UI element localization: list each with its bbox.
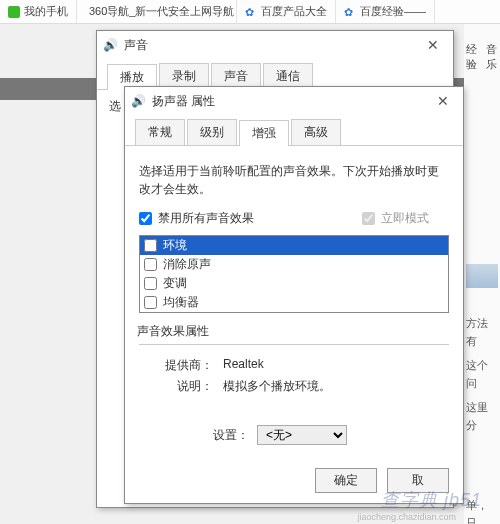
watermark-sub: jiaocheng.chazidian.com bbox=[357, 512, 456, 522]
list-item[interactable]: 环境 bbox=[140, 236, 448, 255]
provider-value: Realtek bbox=[223, 357, 264, 374]
tab-label: 百度经验—— bbox=[360, 4, 426, 19]
dialog-buttons: 确定 取 bbox=[315, 468, 449, 493]
browser-tabs: 我的手机 360导航_新一代安全上网导航 ✿ 百度产品大全 ✿ 百度经验—— bbox=[0, 0, 500, 24]
tab-label: 360导航_新一代安全上网导航 bbox=[89, 4, 234, 19]
titlebar[interactable]: 🔊 扬声器 属性 ✕ bbox=[125, 87, 463, 115]
link-jingyan[interactable]: 经验 bbox=[466, 42, 478, 72]
effect-properties-group: 提供商： Realtek 说明： 模拟多个播放环境。 设置： <无> bbox=[139, 344, 449, 445]
speaker-tabs: 常规 级别 增强 高级 bbox=[125, 115, 463, 146]
list-item[interactable]: 消除原声 bbox=[140, 255, 448, 274]
text-snippet: 这个问 bbox=[466, 356, 498, 392]
list-item-label: 消除原声 bbox=[163, 256, 211, 273]
baidu-icon: ✿ bbox=[245, 6, 257, 18]
text-snippet: 单，只 bbox=[466, 496, 498, 524]
checkbox-input[interactable] bbox=[144, 277, 157, 290]
tab-levels[interactable]: 级别 bbox=[187, 119, 237, 145]
ok-button[interactable]: 确定 bbox=[315, 468, 377, 493]
description-text: 选择适用于当前聆听配置的声音效果。下次开始播放时更改才会生效。 bbox=[139, 162, 449, 198]
window-title: 声音 bbox=[124, 37, 148, 54]
settings-label: 设置： bbox=[213, 427, 249, 444]
tab-general[interactable]: 常规 bbox=[135, 119, 185, 145]
provider-label: 提供商： bbox=[153, 357, 213, 374]
tab-label: 我的手机 bbox=[24, 4, 68, 19]
speaker-icon: 🔊 bbox=[103, 38, 118, 52]
checkbox-input[interactable] bbox=[144, 296, 157, 309]
link-music[interactable]: 音乐 bbox=[486, 42, 498, 72]
desc-label: 说明： bbox=[153, 378, 213, 395]
tab-label: 百度产品大全 bbox=[261, 4, 327, 19]
enhancements-panel: 选择适用于当前聆听配置的声音效果。下次开始播放时更改才会生效。 禁用所有声音效果… bbox=[125, 146, 463, 445]
enhancements-listbox[interactable]: 环境 消除原声 变调 均衡器 bbox=[139, 235, 449, 313]
disable-all-effects-checkbox[interactable]: 禁用所有声音效果 bbox=[139, 210, 254, 227]
cancel-button[interactable]: 取 bbox=[387, 468, 449, 493]
close-button[interactable]: ✕ bbox=[429, 93, 457, 109]
window-title: 扬声器 属性 bbox=[152, 93, 215, 110]
list-item-label: 环境 bbox=[163, 237, 187, 254]
checkbox-input[interactable] bbox=[362, 212, 375, 225]
thumbnail-image[interactable] bbox=[466, 264, 498, 288]
checkbox-input[interactable] bbox=[139, 212, 152, 225]
tab-myphone[interactable]: 我的手机 bbox=[0, 0, 77, 23]
text-snippet: 方法有 bbox=[466, 314, 498, 350]
settings-select[interactable]: <无> bbox=[257, 425, 347, 445]
desc-value: 模拟多个播放环境。 bbox=[223, 378, 331, 395]
checkbox-label: 禁用所有声音效果 bbox=[158, 210, 254, 227]
list-item[interactable]: 变调 bbox=[140, 274, 448, 293]
group-title: 声音效果属性 bbox=[137, 323, 449, 340]
titlebar[interactable]: 🔊 声音 ✕ bbox=[97, 31, 453, 59]
checkbox-input[interactable] bbox=[144, 258, 157, 271]
speaker-properties-dialog: 🔊 扬声器 属性 ✕ 常规 级别 增强 高级 选择适用于当前聆听配置的声音效果。… bbox=[124, 86, 464, 504]
immediate-mode-checkbox[interactable]: 立即模式 bbox=[362, 210, 429, 227]
tab-enhancements[interactable]: 增强 bbox=[239, 120, 289, 146]
close-button[interactable]: ✕ bbox=[419, 37, 447, 53]
tab-advanced[interactable]: 高级 bbox=[291, 119, 341, 145]
speaker-icon: 🔊 bbox=[131, 94, 146, 108]
hint-text: 选 bbox=[109, 99, 121, 113]
tab-360nav[interactable]: 360导航_新一代安全上网导航 bbox=[77, 0, 237, 23]
text-snippet: 这里分 bbox=[466, 398, 498, 434]
list-item-label: 均衡器 bbox=[163, 294, 199, 311]
list-item-label: 变调 bbox=[163, 275, 187, 292]
tab-baidu-jingyan[interactable]: ✿ 百度经验—— bbox=[336, 0, 435, 23]
list-item[interactable]: 均衡器 bbox=[140, 293, 448, 312]
phone-icon bbox=[8, 6, 20, 18]
tab-baidu-products[interactable]: ✿ 百度产品大全 bbox=[237, 0, 336, 23]
checkbox-input[interactable] bbox=[144, 239, 157, 252]
page-right-column: 经验 音乐 方法有 这个问 这里分 单，只 bbox=[464, 24, 500, 524]
baidu-icon: ✿ bbox=[344, 6, 356, 18]
checkbox-label: 立即模式 bbox=[381, 210, 429, 227]
